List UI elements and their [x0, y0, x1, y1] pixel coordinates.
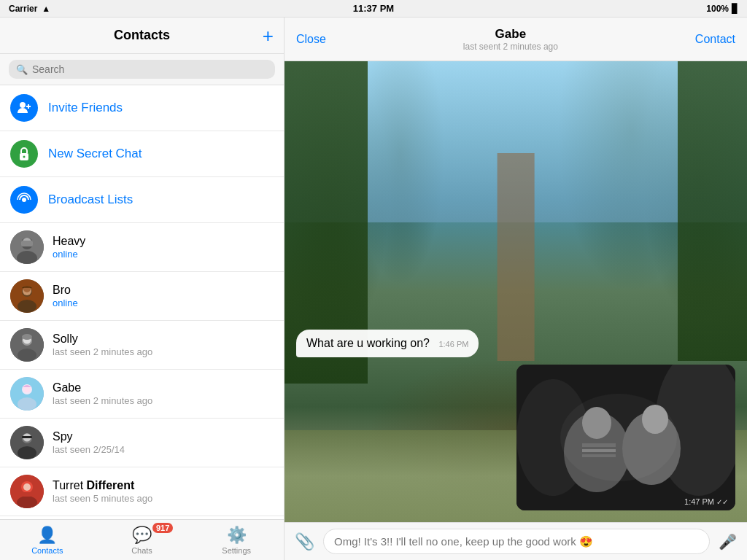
svg-rect-29 — [22, 436, 32, 438]
contact-name-gabe: Gabe — [53, 381, 274, 394]
broadcast-lists-item[interactable]: Broadcast Lists — [0, 177, 284, 223]
close-button[interactable]: Close — [296, 33, 326, 46]
search-input-wrap: 🔍 — [9, 60, 275, 79]
svg-point-20 — [22, 334, 32, 340]
photo-time-overlay: 1:47 PM ✓✓ — [684, 497, 728, 506]
contact-item-solly[interactable]: Solly last seen 2 minutes ago — [0, 321, 284, 370]
tab-bar: 👤 Contacts 💬 Chats 917 ⚙️ Settings — [0, 519, 284, 560]
contact-status-spy: last seen 2/25/14 — [53, 444, 274, 455]
contact-item-heavy[interactable]: Heavy online — [0, 223, 284, 272]
avatar-spy — [10, 426, 44, 459]
new-secret-chat-label: New Secret Chat — [48, 147, 142, 161]
contacts-header: Contacts + — [0, 18, 284, 54]
checkmarks-icon: ✓✓ — [716, 498, 728, 506]
new-secret-chat-icon — [10, 140, 38, 168]
avatar-turret — [10, 475, 44, 508]
contact-name-turret: Turret Different — [53, 479, 274, 492]
svg-point-0 — [20, 102, 26, 108]
contact-info-gabe: Gabe last seen 2 minutes ago — [53, 381, 274, 406]
contact-item-spy[interactable]: Spy last seen 2/25/14 — [0, 419, 284, 467]
contact-name-spy: Spy — [53, 430, 274, 443]
invite-friends-icon — [10, 94, 38, 122]
broadcast-lists-icon — [10, 186, 38, 214]
message-row-2: 1:47 PM ✓✓ — [296, 365, 735, 510]
bubble-1: What are u working on? 1:46 PM — [296, 330, 479, 357]
main-layout: Contacts + 🔍 In — [0, 18, 747, 560]
contacts-list: Invite Friends New Secret Chat — [0, 85, 284, 519]
avatar-bro — [10, 279, 44, 313]
invite-friends-item[interactable]: Invite Friends — [0, 85, 284, 131]
wifi-icon: ▲ — [42, 4, 50, 14]
photo-time: 1:47 PM — [684, 497, 714, 506]
add-contact-button[interactable]: + — [263, 26, 274, 45]
contacts-title: Contacts — [114, 28, 170, 43]
battery-label: 100% — [706, 4, 729, 14]
tab-settings[interactable]: ⚙️ Settings — [189, 520, 284, 560]
message-input[interactable] — [323, 529, 710, 554]
svg-rect-10 — [21, 241, 33, 246]
right-panel: Close Gabe last seent 2 minutes ago Cont… — [285, 18, 747, 560]
contacts-tab-label: Contacts — [31, 546, 63, 555]
photo-inner — [516, 365, 735, 510]
left-panel: Contacts + 🔍 In — [0, 18, 285, 560]
avatar-gabe — [10, 377, 44, 411]
attach-button[interactable]: 📎 — [292, 529, 317, 554]
contact-item-gabe[interactable]: Gabe last seen 2 minutes ago — [0, 370, 284, 419]
status-bar: Carrier ▲ 11:37 PM 100% ▊ — [0, 0, 747, 18]
svg-point-50 — [560, 394, 677, 481]
chat-contact-status: last seent 2 minutes ago — [463, 42, 558, 52]
settings-tab-icon: ⚙️ — [227, 526, 247, 545]
svg-point-18 — [18, 349, 36, 362]
svg-rect-34 — [23, 492, 31, 497]
chats-tab-label: Chats — [131, 546, 152, 555]
settings-tab-label: Settings — [222, 546, 251, 555]
svg-point-15 — [23, 285, 31, 292]
svg-point-33 — [23, 483, 31, 491]
contact-info-spy: Spy last seen 2/25/14 — [53, 430, 274, 455]
contact-status-solly: last seen 2 minutes ago — [53, 346, 274, 357]
avatar-heavy — [10, 230, 44, 264]
chat-header-center: Gabe last seent 2 minutes ago — [463, 27, 558, 52]
contact-info-bro: Bro online — [53, 284, 274, 308]
contact-name-heavy: Heavy — [53, 235, 274, 248]
carrier-label: Carrier — [9, 4, 37, 14]
contact-item-bro[interactable]: Bro online — [0, 272, 284, 321]
photo-bubble-2: 1:47 PM ✓✓ — [516, 365, 735, 510]
contact-status-gabe: last seen 2 minutes ago — [53, 395, 274, 406]
contact-status-turret: last seen 5 minutes ago — [53, 493, 274, 504]
new-secret-chat-item[interactable]: New Secret Chat — [0, 131, 284, 177]
search-input[interactable] — [32, 63, 268, 75]
contact-name-solly: Solly — [53, 332, 274, 346]
svg-point-4 — [23, 156, 26, 158]
contacts-tab-icon: 👤 — [37, 526, 57, 545]
status-right: 100% ▊ — [706, 4, 738, 14]
contact-status-heavy: online — [53, 249, 274, 260]
contact-info-turret: Turret Different last seen 5 minutes ago — [53, 479, 274, 504]
svg-point-27 — [18, 446, 36, 459]
broadcast-lists-label: Broadcast Lists — [48, 192, 133, 207]
chat-body: What are u working on? 1:46 PM — [285, 61, 747, 522]
contact-status-bro: online — [53, 298, 274, 308]
bubble-time-1: 1:46 PM — [438, 340, 468, 349]
avatar-solly — [10, 328, 44, 362]
contact-info-solly: Solly last seen 2 minutes ago — [53, 332, 274, 357]
bubble-text-1: What are u working on? — [306, 337, 430, 349]
contact-item-turret[interactable]: Turret Different last seen 5 minutes ago — [0, 467, 284, 516]
chat-messages: What are u working on? 1:46 PM — [285, 61, 747, 522]
battery-icon: ▊ — [732, 4, 738, 14]
status-time: 11:37 PM — [353, 3, 394, 14]
svg-point-13 — [18, 300, 36, 313]
message-row-1: What are u working on? 1:46 PM — [296, 330, 735, 357]
search-icon: 🔍 — [16, 64, 28, 75]
contact-button[interactable]: Contact — [695, 33, 735, 46]
chats-tab-icon: 💬 — [132, 526, 152, 545]
tab-chats[interactable]: 💬 Chats 917 — [95, 520, 190, 560]
invite-friends-label: Invite Friends — [48, 101, 123, 115]
photo-bw — [516, 365, 735, 510]
svg-point-23 — [18, 397, 36, 411]
chats-badge: 917 — [152, 523, 173, 533]
status-left: Carrier ▲ — [9, 4, 50, 14]
mic-button[interactable]: 🎤 — [716, 530, 740, 553]
tab-contacts[interactable]: 👤 Contacts — [0, 520, 95, 560]
search-bar: 🔍 — [0, 54, 284, 85]
